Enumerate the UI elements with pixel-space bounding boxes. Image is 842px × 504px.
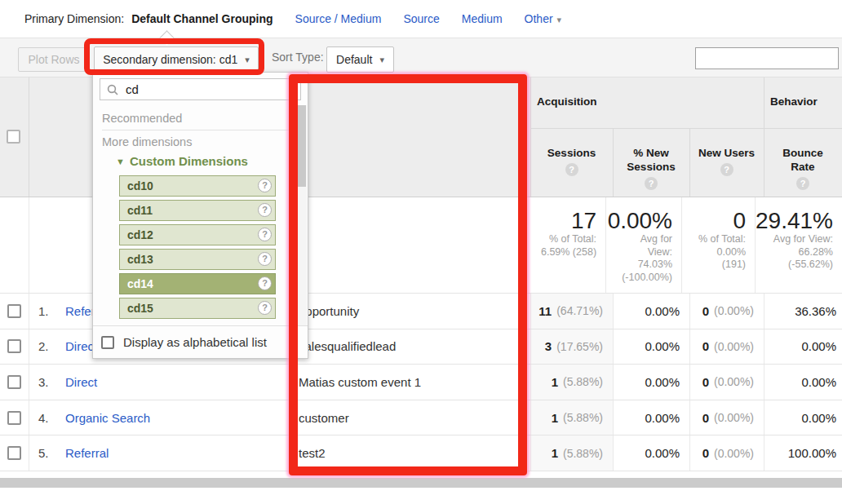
alphabetical-checkbox[interactable] bbox=[101, 336, 114, 349]
analytics-report-screen: Primary Dimension: Default Channel Group… bbox=[0, 0, 842, 504]
new-sessions-value: 0.00% bbox=[613, 435, 689, 471]
caret-down-icon: ▾ bbox=[245, 55, 250, 65]
help-icon[interactable]: ? bbox=[258, 252, 272, 266]
help-icon[interactable]: ? bbox=[258, 203, 272, 217]
help-icon[interactable]: ? bbox=[796, 177, 809, 190]
search-icon bbox=[107, 84, 118, 95]
row-number: 5. bbox=[38, 446, 65, 460]
sort-type-button[interactable]: Default ▾ bbox=[326, 46, 394, 73]
plot-rows-button[interactable]: Plot Rows bbox=[18, 47, 90, 72]
dropdown-item-cd15[interactable]: cd15 ? bbox=[119, 298, 276, 319]
dropdown-search-box[interactable]: cd bbox=[100, 78, 301, 100]
cd1-value: customer bbox=[290, 400, 530, 435]
dropdown-item-cd13[interactable]: cd13 ? bbox=[119, 249, 276, 270]
cd1-value: test2 bbox=[290, 435, 530, 471]
channel-link[interactable]: Organic Search bbox=[65, 411, 150, 425]
new-sessions-value: 0.00% bbox=[613, 294, 689, 329]
new-users-value: 0 (0.00%) bbox=[689, 435, 764, 471]
sessions-value: 3 (17.65%) bbox=[530, 329, 613, 365]
table-row: 4. Organic Search customer 1 (5.88%) 0.0… bbox=[0, 400, 842, 436]
dropdown-item-cd12[interactable]: cd12 ? bbox=[119, 224, 276, 245]
cd1-value: salesqualifiedlead bbox=[290, 329, 530, 365]
custom-dimensions-toggle[interactable]: ▼Custom Dimensions bbox=[102, 154, 295, 170]
divider bbox=[102, 130, 295, 130]
row-number: 4. bbox=[38, 411, 65, 425]
dropdown-item-cd14-selected[interactable]: cd14 ? bbox=[119, 273, 276, 294]
tab-source[interactable]: Source bbox=[403, 12, 439, 25]
help-icon[interactable]: ? bbox=[645, 177, 658, 190]
cd1-value: opportunity bbox=[290, 294, 530, 329]
sort-type-label: Sort Type: bbox=[272, 51, 324, 64]
bounce-rate-value: 0.00% bbox=[764, 329, 842, 365]
help-icon[interactable]: ? bbox=[258, 228, 272, 241]
dimension-items: cd10 ? cd11 ? cd12 ? cd13 ? cd14 ? bbox=[119, 175, 276, 319]
help-icon[interactable]: ? bbox=[258, 179, 272, 192]
row-number: 2. bbox=[38, 339, 65, 353]
bounce-rate-value: 36.36% bbox=[764, 294, 842, 329]
row-checkbox[interactable] bbox=[7, 375, 21, 389]
caret-down-icon: ▾ bbox=[379, 55, 384, 65]
dropdown-search-text: cd bbox=[126, 82, 139, 96]
table-search-input[interactable] bbox=[695, 47, 839, 69]
metric-group-row: Acquisition Behavior bbox=[530, 77, 842, 129]
tab-other[interactable]: Other▾ bbox=[525, 12, 562, 25]
dropdown-footer: Display as alphabetical list bbox=[93, 325, 308, 358]
sessions-value: 11 (64.71%) bbox=[530, 294, 613, 329]
row-checkbox[interactable] bbox=[7, 446, 21, 460]
totals-new-sessions: 0.00% Avg for View: 74.03% (-100.00%) bbox=[605, 197, 681, 293]
row-checkbox[interactable] bbox=[7, 339, 21, 353]
sessions-value: 1 (5.88%) bbox=[530, 365, 613, 400]
help-icon[interactable]: ? bbox=[565, 163, 578, 176]
totals-sessions: 17 % of Total: 6.59% (258) bbox=[524, 197, 605, 293]
help-icon[interactable]: ? bbox=[720, 163, 733, 176]
dropdown-scrollbar[interactable] bbox=[295, 105, 307, 325]
group-header-behavior: Behavior bbox=[770, 95, 818, 108]
table-row: 5. Referral test2 1 (5.88%) 0.00% 0 (0.0… bbox=[0, 435, 842, 471]
dropdown-list: Recommended More dimensions ▼Custom Dime… bbox=[93, 105, 295, 325]
new-sessions-value: 0.00% bbox=[613, 365, 689, 400]
col-header-new-sessions[interactable]: % New Sessions ? bbox=[613, 129, 689, 197]
primary-dimension-bar: Primary Dimension: Default Channel Group… bbox=[0, 0, 842, 38]
tab-medium[interactable]: Medium bbox=[462, 12, 503, 25]
totals-new-users: 0 % of Total: 0.00% (191) bbox=[681, 197, 755, 293]
bounce-rate-value: 0.00% bbox=[764, 365, 842, 400]
new-users-value: 0 (0.00%) bbox=[689, 365, 764, 400]
primary-dimension-label: Primary Dimension: bbox=[24, 12, 124, 25]
bounce-rate-value: 0.00% bbox=[764, 400, 842, 435]
help-icon[interactable]: ? bbox=[258, 276, 272, 290]
cd1-value: Matias custom event 1 bbox=[290, 365, 530, 400]
group-header-acquisition: Acquisition bbox=[537, 95, 597, 108]
col-header-bounce-rate[interactable]: Bounce Rate ? bbox=[764, 129, 842, 197]
section-more-dimensions: More dimensions bbox=[102, 134, 295, 150]
triangle-down-icon: ▼ bbox=[116, 157, 125, 166]
new-users-value: 0 (0.00%) bbox=[689, 329, 764, 365]
row-number: 1. bbox=[38, 304, 65, 318]
tab-default-channel-grouping[interactable]: Default Channel Grouping bbox=[131, 12, 273, 25]
select-all-checkbox[interactable] bbox=[7, 130, 20, 144]
other-caret-icon: ▾ bbox=[557, 15, 562, 24]
channel-link[interactable]: Referral bbox=[65, 446, 109, 460]
dropdown-scrollbar-thumb[interactable] bbox=[296, 105, 306, 187]
dimension-dropdown: cd Recommended More dimensions ▼Custom D… bbox=[92, 72, 308, 359]
row-number: 3. bbox=[38, 375, 65, 389]
secondary-dimension-button[interactable]: Secondary dimension: cd1 ▾ bbox=[94, 46, 259, 73]
new-users-value: 0 (0.00%) bbox=[689, 400, 764, 435]
new-sessions-value: 0.00% bbox=[613, 400, 689, 435]
row-checkbox[interactable] bbox=[7, 411, 21, 425]
col-header-new-users[interactable]: New Users ? bbox=[689, 129, 764, 197]
dropdown-item-cd10[interactable]: cd10 ? bbox=[119, 175, 276, 197]
sessions-value: 1 (5.88%) bbox=[530, 400, 613, 435]
sessions-value: 1 (5.88%) bbox=[530, 435, 613, 471]
horizontal-scrollbar[interactable] bbox=[0, 478, 842, 488]
tab-source-medium[interactable]: Source / Medium bbox=[295, 12, 382, 25]
alphabetical-label: Display as alphabetical list bbox=[123, 335, 267, 349]
new-sessions-value: 0.00% bbox=[613, 329, 689, 365]
channel-link[interactable]: Direct bbox=[65, 375, 97, 389]
row-checkbox[interactable] bbox=[7, 304, 21, 318]
bounce-rate-value: 100.00% bbox=[764, 435, 842, 471]
col-header-sessions[interactable]: Sessions ? ↓ bbox=[530, 129, 613, 197]
new-users-value: 0 (0.00%) bbox=[689, 294, 764, 329]
dropdown-item-cd11[interactable]: cd11 ? bbox=[119, 200, 276, 221]
section-recommended: Recommended bbox=[102, 110, 295, 126]
help-icon[interactable]: ? bbox=[258, 301, 272, 315]
